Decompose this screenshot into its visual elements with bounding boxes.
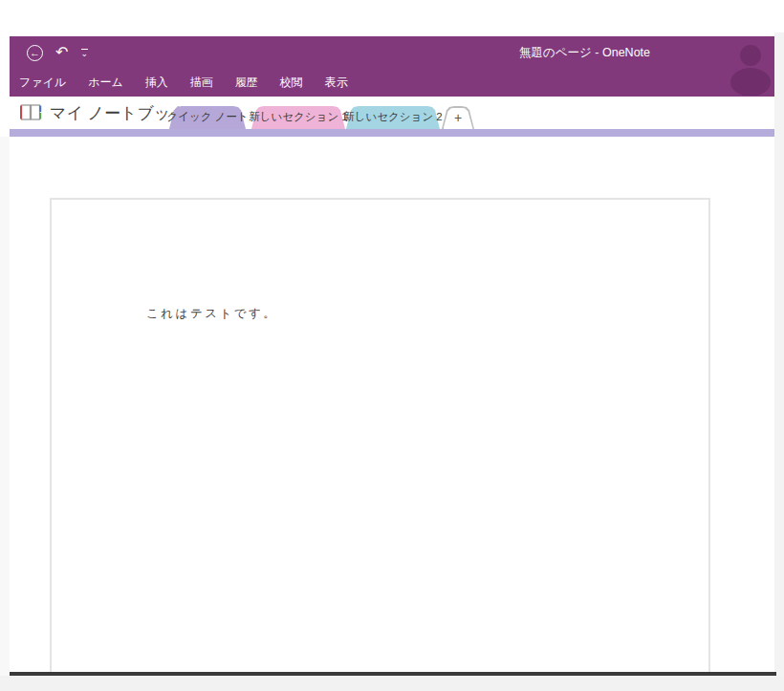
add-section-icon: + xyxy=(442,106,474,129)
onenote-window: ← ↶ ⌄ 無題のページ - OneNote ファイル ホーム 挿入 描画 履歴… xyxy=(0,0,784,691)
outer-margin-left xyxy=(0,137,10,676)
tab-new-section-1-label: 新しいセクション 1 xyxy=(251,106,345,129)
window-title: 無題のページ - OneNote xyxy=(519,36,650,69)
tab-quick-notes-label: クイック ノート xyxy=(169,106,246,129)
title-bar: ← ↶ ⌄ 無題のページ - OneNote xyxy=(10,36,774,69)
page-body-text[interactable]: これはテストです。 xyxy=(146,306,277,322)
page-surface[interactable]: これはテストです。 xyxy=(50,198,710,673)
tab-quick-notes[interactable]: クイック ノート xyxy=(169,106,246,129)
outer-margin-bottom xyxy=(0,676,784,691)
user-avatar-silhouette[interactable] xyxy=(719,40,776,96)
customize-qat-icon[interactable]: ⌄ xyxy=(80,49,88,57)
ribbon-menu: ファイル ホーム 挿入 描画 履歴 校閲 表示 xyxy=(19,69,348,97)
menu-file[interactable]: ファイル xyxy=(19,75,66,91)
ribbon: ← ↶ ⌄ 無題のページ - OneNote ファイル ホーム 挿入 描画 履歴… xyxy=(10,36,774,97)
notebook-nav-row: マイ ノートブック ▼ クイック ノート 新しいセクション 1 新しいセクション… xyxy=(10,97,774,129)
outer-margin-right xyxy=(774,32,784,676)
chevron-down-icon: ⌄ xyxy=(80,51,88,57)
menu-view[interactable]: 表示 xyxy=(325,75,348,91)
tab-new-section-2[interactable]: 新しいセクション 2 xyxy=(346,106,440,129)
notebook-icon xyxy=(19,102,42,123)
menu-history[interactable]: 履歴 xyxy=(235,75,258,91)
section-tab-underline xyxy=(10,129,774,137)
quick-access-toolbar: ← ↶ ⌄ xyxy=(27,36,88,69)
tab-new-section-1[interactable]: 新しいセクション 1 xyxy=(251,106,345,129)
menu-insert[interactable]: 挿入 xyxy=(145,75,168,91)
menu-review[interactable]: 校閲 xyxy=(280,75,303,91)
undo-icon[interactable]: ↶ xyxy=(55,45,68,60)
menu-home[interactable]: ホーム xyxy=(88,75,123,91)
back-icon[interactable]: ← xyxy=(27,45,43,61)
menu-draw[interactable]: 描画 xyxy=(190,75,213,91)
add-section-tab[interactable]: + xyxy=(442,106,474,129)
tab-new-section-2-label: 新しいセクション 2 xyxy=(346,106,440,129)
